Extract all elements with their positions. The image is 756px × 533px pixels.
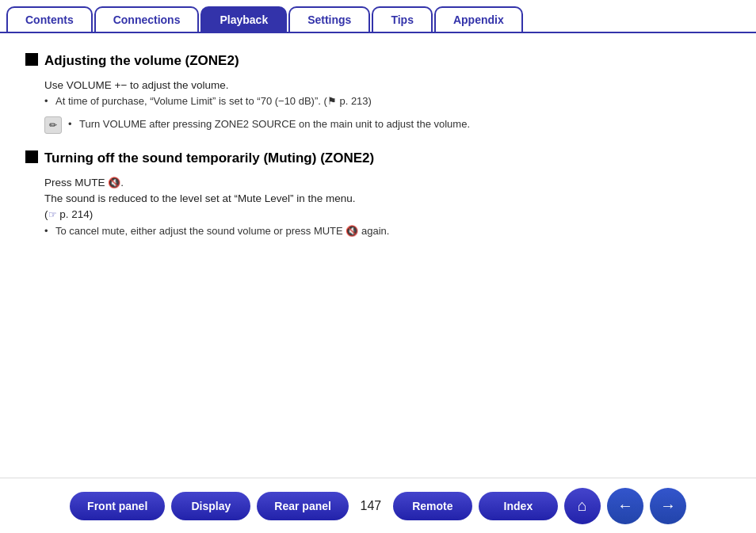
- bottom-navigation: Front panel Display Rear panel 147 Remot…: [0, 478, 756, 533]
- tab-navigation: Contents Connections Playback Settings T…: [0, 0, 756, 33]
- tab-appendix[interactable]: Appendix: [434, 6, 523, 32]
- page-number: 147: [355, 499, 387, 513]
- list-item: At time of purchase, “Volume Limit” is s…: [44, 93, 731, 109]
- tab-connections[interactable]: Connections: [94, 6, 200, 32]
- back-button[interactable]: ←: [607, 488, 643, 524]
- section1-square-icon: [25, 53, 38, 66]
- section2-square-icon: [25, 150, 38, 163]
- main-content: Adjusting the volume (ZONE2) Use VOLUME …: [0, 33, 756, 267]
- list-item: Turn VOLUME after pressing ZONE2 SOURCE …: [68, 116, 470, 132]
- section1-body: Use VOLUME +− to adjust the volume. At t…: [44, 78, 731, 135]
- display-button[interactable]: Display: [171, 492, 250, 520]
- section1-heading: Adjusting the volume (ZONE2): [25, 51, 731, 71]
- pencil-icon: ✏: [44, 116, 62, 134]
- remote-button[interactable]: Remote: [393, 492, 472, 520]
- rear-panel-button[interactable]: Rear panel: [257, 492, 349, 520]
- section2-line2: The sound is reduced to the level set at…: [44, 191, 731, 207]
- tab-settings[interactable]: Settings: [288, 6, 370, 32]
- section2-title: Turning off the sound temporarily (Mutin…: [44, 148, 374, 169]
- note-box: ✏ Turn VOLUME after pressing ZONE2 SOURC…: [44, 116, 731, 134]
- tab-tips[interactable]: Tips: [372, 6, 433, 32]
- section2-body: Press MUTE 🔇. The sound is reduced to th…: [44, 175, 731, 238]
- section2-line1: Press MUTE 🔇.: [44, 175, 731, 191]
- forward-button[interactable]: →: [650, 488, 686, 524]
- note-bullet-list: Turn VOLUME after pressing ZONE2 SOURCE …: [68, 116, 470, 134]
- section2-heading: Turning off the sound temporarily (Mutin…: [25, 148, 731, 169]
- section1-line1: Use VOLUME +− to adjust the volume.: [44, 78, 731, 93]
- section2-bullet-list: To cancel mute, either adjust the sound …: [44, 223, 731, 239]
- tab-playback[interactable]: Playback: [200, 6, 287, 32]
- section2-line3: (☞ p. 214): [44, 207, 731, 223]
- section1-bullet-list: At time of purchase, “Volume Limit” is s…: [44, 93, 731, 109]
- index-button[interactable]: Index: [479, 492, 558, 520]
- home-button[interactable]: ⌂: [564, 488, 601, 524]
- section1-title: Adjusting the volume (ZONE2): [44, 51, 239, 71]
- tab-contents[interactable]: Contents: [6, 6, 93, 32]
- list-item: To cancel mute, either adjust the sound …: [44, 223, 731, 239]
- front-panel-button[interactable]: Front panel: [70, 492, 165, 520]
